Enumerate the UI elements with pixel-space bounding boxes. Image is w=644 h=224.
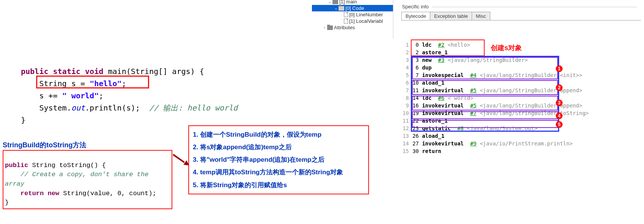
offset: 7 bbox=[410, 71, 419, 79]
constant-ref[interactable]: #6 bbox=[438, 95, 445, 101]
offset: 3 bbox=[410, 56, 419, 64]
tree-label: Attributes bbox=[334, 25, 355, 30]
line-number: 4 bbox=[401, 64, 409, 71]
chevron-down-icon[interactable]: ⌄ bbox=[333, 6, 339, 10]
opcode: new bbox=[422, 57, 431, 63]
line-number: 9 bbox=[401, 102, 409, 109]
bytecode-tabs: Bytecode Exception table Misc bbox=[401, 12, 641, 21]
constant-ref[interactable]: #8 bbox=[457, 125, 464, 131]
badge-2: 2 bbox=[556, 84, 563, 91]
step-3: 3. 将"world"字符串append(追加)在temp之后 bbox=[193, 153, 364, 166]
specific-info-panel: Specific info Bytecode Exception table M… bbox=[399, 0, 642, 21]
offset: 6 bbox=[410, 64, 419, 71]
tree-item-main[interactable]: ⌄ [1] main bbox=[312, 0, 393, 5]
constant-ref[interactable]: #2 bbox=[438, 42, 445, 48]
label-create-s: 创建s对象 bbox=[491, 43, 522, 52]
step-1: 1. 创建一个StringBuild的对象，假设为temp bbox=[193, 128, 364, 141]
opcode: invokespecial bbox=[422, 72, 464, 78]
opcode: aload_1 bbox=[422, 80, 444, 86]
tab-misc[interactable]: Misc bbox=[472, 12, 490, 20]
code-text: String toString() { bbox=[28, 162, 106, 169]
code-text: System. bbox=[21, 103, 71, 112]
opcode: return bbox=[422, 148, 441, 154]
constant-ref[interactable]: #5 bbox=[470, 87, 477, 93]
tree-label: [1] main bbox=[339, 0, 357, 5]
bytecode-row[interactable]: 33 new #3 <java/lang/StringBuilder> bbox=[401, 56, 589, 64]
constant-arg: < world> bbox=[448, 95, 473, 101]
constant-arg: <java/lang/StringBuilder.append> bbox=[480, 103, 582, 109]
tostring-code-block: public String toString() { // Create a c… bbox=[3, 150, 172, 209]
bytecode-row[interactable]: 1427 invokevirtual #9 <java/io/PrintStre… bbox=[401, 140, 589, 147]
bytecode-row[interactable]: 1326 aload_1 bbox=[401, 132, 589, 140]
code-text: main(String[] args) { bbox=[103, 67, 204, 76]
constant-ref[interactable]: #7 bbox=[470, 110, 477, 116]
bytecode-row[interactable]: 57 invokespecial #4 <java/lang/StringBui… bbox=[401, 71, 589, 79]
line-number: 8 bbox=[401, 94, 409, 102]
keyword: return new bbox=[5, 190, 59, 197]
badge-1: 1 bbox=[556, 65, 563, 72]
folder-icon bbox=[327, 25, 333, 30]
tab-bytecode[interactable]: Bytecode bbox=[401, 12, 430, 20]
keyword: public static void bbox=[21, 67, 103, 76]
code-text: } bbox=[21, 115, 25, 125]
opcode: getstatic bbox=[422, 125, 451, 131]
badge-5: 5 bbox=[556, 121, 563, 128]
badge-3: 3 bbox=[556, 99, 563, 106]
line-number: 13 bbox=[401, 132, 409, 140]
step-2: 2. 将s对象append(追加)temp之后 bbox=[193, 141, 364, 153]
constant-ref[interactable]: #4 bbox=[470, 72, 477, 78]
class-tree[interactable]: ⌄ [1] main ⌄ [0] Code [0] LineNumber [1]… bbox=[312, 0, 393, 39]
tree-item-localvariable[interactable]: [1] LocalVariabl bbox=[312, 18, 393, 24]
tab-exception-table[interactable]: Exception table bbox=[430, 12, 472, 20]
line-number: 14 bbox=[401, 140, 409, 147]
string-literal: " world" bbox=[62, 91, 99, 100]
constant-ref[interactable]: #5 bbox=[470, 103, 477, 109]
step-4: 4. temp调用其toString方法构造一个新的String对象 bbox=[193, 166, 364, 178]
line-number: 12 bbox=[401, 125, 409, 132]
tostring-heading: StringBuild的toString方法 bbox=[3, 140, 86, 150]
opcode: invokevirtual bbox=[422, 110, 464, 116]
offset: 19 bbox=[410, 109, 419, 117]
arrow-icon bbox=[173, 154, 188, 165]
opcode: ldc bbox=[422, 95, 431, 101]
offset: 26 bbox=[410, 132, 419, 140]
constant-arg: <java/lang/StringBuilder.toString> bbox=[480, 110, 589, 116]
string-literal: "hello" bbox=[90, 79, 122, 88]
chevron-down-icon[interactable]: ⌄ bbox=[327, 0, 332, 4]
offset: 11 bbox=[410, 87, 419, 94]
line-number: 11 bbox=[401, 117, 409, 125]
offset: 0 bbox=[410, 41, 419, 49]
constant-ref[interactable]: #3 bbox=[438, 57, 445, 63]
offset: 30 bbox=[410, 147, 419, 155]
line-number: 10 bbox=[401, 109, 409, 117]
offset: 14 bbox=[410, 94, 419, 102]
line-number: 3 bbox=[401, 56, 409, 64]
chevron-right-icon[interactable]: › bbox=[322, 25, 327, 30]
line-number: 2 bbox=[401, 49, 409, 56]
opcode: aload_1 bbox=[422, 133, 444, 139]
folder-icon bbox=[332, 0, 338, 4]
step-5: 5. 将新String对象的引用赋值给s bbox=[193, 179, 364, 191]
code-text: ; bbox=[99, 91, 103, 100]
comment: // Create a copy, don't share the array bbox=[5, 171, 148, 188]
offset: 22 bbox=[410, 117, 419, 125]
offset: 23 bbox=[410, 125, 419, 132]
tree-label: [0] Code bbox=[345, 5, 364, 11]
badge-4: 4 bbox=[556, 112, 563, 119]
tree-item-attributes[interactable]: › Attributes bbox=[312, 24, 393, 31]
java-source-code: public static void main(String[] args) {… bbox=[21, 53, 238, 126]
opcode: invokevirtual bbox=[422, 87, 464, 93]
folder-icon bbox=[339, 6, 344, 11]
tree-item-linenumber[interactable]: [0] LineNumber bbox=[312, 11, 393, 18]
tree-item-code[interactable]: ⌄ [0] Code bbox=[312, 5, 393, 11]
comment: // 输出: hello world bbox=[149, 103, 238, 112]
bytecode-row[interactable]: 1530 return bbox=[401, 147, 589, 155]
explanation-steps: 1. 创建一个StringBuild的对象，假设为temp 2. 将s对象app… bbox=[188, 125, 369, 194]
code-text: String s = bbox=[21, 79, 90, 88]
field-ref: out bbox=[71, 103, 85, 112]
offset: 27 bbox=[410, 140, 419, 147]
constant-ref[interactable]: #9 bbox=[470, 140, 477, 147]
tree-label: [0] LineNumber bbox=[349, 12, 383, 17]
constant-arg: <hello> bbox=[448, 42, 470, 48]
opcode: ldc bbox=[422, 42, 431, 48]
